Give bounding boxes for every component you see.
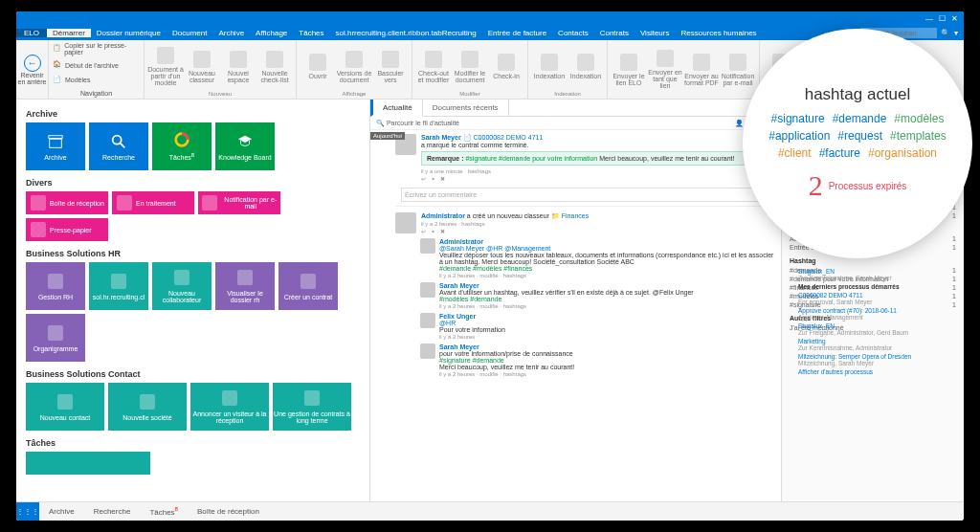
tile-task-bar[interactable]: [26, 452, 150, 475]
titlebar: — ☐ ✕: [16, 11, 964, 25]
ribbon-icon: [266, 51, 283, 68]
tile-t-ches[interactable]: Tâches8: [152, 122, 212, 170]
clipboard-icon: 📋: [53, 44, 61, 54]
chevron-down-icon[interactable]: ▾: [954, 29, 958, 37]
menu-visiteurs[interactable]: Visiteurs: [635, 29, 676, 37]
ribbon-button[interactable]: Basculer vers: [372, 42, 409, 91]
tile-icon: [236, 269, 254, 286]
window-max[interactable]: ☐: [939, 14, 946, 23]
post-actions[interactable]: ↩ ⚬ ✖: [421, 175, 775, 182]
ribbon-button[interactable]: Notification par e-mail: [720, 42, 756, 97]
ribbon-button[interactable]: Indexation: [568, 42, 604, 91]
tab-documents-recents[interactable]: Documents récents: [423, 100, 509, 116]
ribbon-button[interactable]: Envoyer le lien ELO: [611, 42, 647, 97]
comment-input[interactable]: Écrivez un commentaire: [401, 188, 775, 202]
ribbon-icon: [541, 54, 558, 71]
ribbon-icon: [693, 54, 710, 71]
bb-inbox[interactable]: Boîte de réception: [188, 507, 269, 516]
tile-cr-er-un-contrat[interactable]: Créer un contrat: [278, 262, 338, 310]
tile-archive[interactable]: Archive: [26, 122, 85, 170]
post-ref[interactable]: 📄 C0000082 DEMO 4711: [463, 134, 544, 141]
tile-une-gestion-de-contrats-long-terme[interactable]: Une gestion de contrats à long terme: [273, 383, 351, 431]
ribbon-back[interactable]: ← Revenir en arrière: [16, 40, 49, 99]
ribbon-icon: [345, 51, 363, 68]
section-divers-title: Divers: [26, 178, 360, 188]
tile-icon: [30, 221, 47, 238]
left-panel: Archive ArchiveRechercheTâches8Knowledge…: [16, 100, 370, 501]
tile-annoncer-un-visiteur-la-r-ception[interactable]: Annoncer un visiteur à la réception: [190, 383, 269, 431]
menu-taches[interactable]: Tâches: [293, 29, 329, 37]
tile-en-traitement[interactable]: En traitement: [112, 191, 194, 214]
nav-templates[interactable]: 📄Modèles: [53, 76, 140, 85]
ribbon-button[interactable]: Nouvel espace: [220, 42, 256, 91]
ribbon-button[interactable]: Check-in: [488, 42, 524, 91]
window-close[interactable]: ✕: [951, 14, 958, 23]
tile-icon: [47, 273, 64, 290]
hashtag-organisation[interactable]: #organisation: [868, 146, 937, 160]
ribbon-button[interactable]: Modifier le document: [452, 42, 488, 91]
ribbon-button[interactable]: Check-out et modifier: [415, 42, 452, 91]
menu-affichage[interactable]: Affichage: [250, 29, 293, 37]
menu-elo[interactable]: ELO: [16, 29, 47, 37]
menu-demarrer[interactable]: Démarrer: [47, 29, 91, 37]
nav-archive-root[interactable]: 🏠Début de l'archive: [53, 60, 140, 70]
section-tasks-title: Tâches: [26, 438, 360, 448]
tile-gestion-rh[interactable]: Gestion RH: [26, 262, 85, 310]
menu-recruiting[interactable]: sol.hrrecruiting.client.ribbon.tabRecrui…: [330, 29, 482, 37]
tile-notification-par-e-mail[interactable]: Notification par e-mail: [198, 191, 280, 214]
menu-rh[interactable]: Ressources humaines: [675, 29, 762, 37]
post-ref[interactable]: 📁 Finances: [551, 212, 589, 219]
tile-visualiser-le-dossier-rh[interactable]: Visualiser le dossier rh: [215, 262, 275, 310]
tile-presse-papier[interactable]: Presse-papier: [26, 218, 108, 241]
hashtag-modèles[interactable]: #modèles: [894, 112, 944, 125]
home-icon: 🏠: [53, 60, 62, 70]
hashtag-request[interactable]: #request: [837, 129, 882, 143]
tile-nouveau-contact[interactable]: Nouveau contact: [26, 383, 104, 431]
bb-archive[interactable]: Archive: [39, 507, 84, 516]
hashtag-templates[interactable]: #templates: [890, 129, 947, 143]
tile-icon: [303, 389, 321, 407]
tile-recherche[interactable]: Recherche: [89, 122, 148, 170]
menu-facture[interactable]: Entrée de facture: [482, 29, 552, 37]
tile-knowledge-board[interactable]: Knowledge Board: [215, 122, 275, 170]
ribbon-icon: [577, 54, 594, 71]
menu-dossier[interactable]: Dossier numérique: [91, 29, 167, 37]
hashtag-facture[interactable]: #facture: [819, 146, 860, 160]
post-actions[interactable]: ↩ ⚬ ✖: [421, 228, 775, 234]
tile-bo-te-de-r-ception[interactable]: Boîte de réception: [26, 191, 108, 214]
post-user[interactable]: Sarah Meyer: [421, 134, 461, 141]
ribbon-button[interactable]: Envoyer en tant que lien: [647, 42, 683, 97]
apps-icon[interactable]: ⋮⋮⋮: [16, 502, 39, 521]
template-icon: 📄: [53, 76, 62, 85]
hashtag-demande[interactable]: #demande: [833, 112, 887, 125]
tile-sol-hr-recruiting-cl[interactable]: sol.hr.recruiting.cl: [89, 262, 148, 310]
window-min[interactable]: —: [925, 14, 933, 23]
show-more-processes[interactable]: Afficher d'autres processus: [798, 368, 956, 375]
search-icon[interactable]: 🔍: [941, 29, 950, 37]
ribbon-button[interactable]: Document à partir d'un modèle: [147, 42, 184, 91]
menu-contrats[interactable]: Contrats: [594, 29, 635, 37]
ribbon-button[interactable]: Indexation: [531, 42, 568, 91]
ribbon-button[interactable]: Nouvelle check-list: [256, 42, 293, 91]
bb-taches[interactable]: Tâches8: [140, 506, 188, 517]
tile-nouvelle-soci-t-[interactable]: Nouvelle société: [108, 383, 187, 431]
ribbon-button[interactable]: Versions de document: [336, 42, 372, 91]
tile-nouveau-collaborateur[interactable]: Nouveau collaborateur: [152, 262, 212, 310]
tile-icon: [300, 273, 317, 290]
hashtag-client[interactable]: #client: [778, 146, 812, 160]
menu-document[interactable]: Document: [167, 29, 212, 37]
menu-archive[interactable]: Archive: [212, 29, 250, 37]
ribbon-button[interactable]: Envoyer au format PDF: [683, 42, 720, 97]
nav-clipboard[interactable]: 📋Copier sur le presse-papier: [53, 42, 140, 55]
tile-organigramme[interactable]: Organigramme: [26, 314, 85, 362]
ribbon-button[interactable]: Ouvrir: [300, 42, 336, 91]
hashtag-signature[interactable]: #signature: [771, 112, 825, 125]
tile-icon: [173, 269, 190, 286]
ribbon-button[interactable]: Nouveau classeur: [184, 42, 220, 91]
ribbon-icon: [461, 51, 479, 68]
tab-actualite[interactable]: Actualité: [370, 100, 423, 117]
menu-contacts[interactable]: Contacts: [552, 29, 594, 37]
post-user[interactable]: Administrator: [421, 212, 465, 219]
bb-recherche[interactable]: Recherche: [84, 507, 141, 516]
hashtag-application[interactable]: #application: [768, 129, 830, 143]
